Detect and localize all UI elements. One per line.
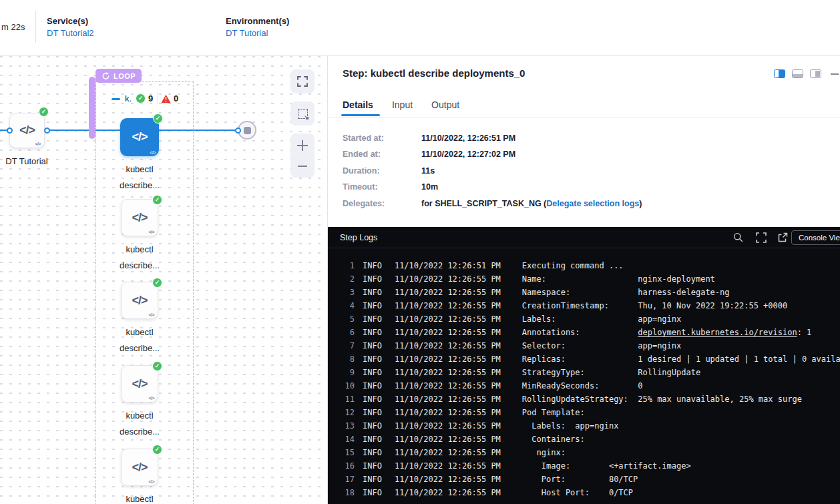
log-level: INFO (363, 379, 382, 393)
selected-node-label: kubectl describe... (114, 162, 166, 194)
node-dt-tutorial[interactable]: </> </> (9, 113, 45, 148)
log-line-number: 4 (344, 299, 355, 312)
log-timestamp: 11/10/2022 12:26:55 PM (395, 459, 501, 473)
loop-indicator-bar (89, 77, 95, 139)
pipeline-graph-canvas[interactable]: LOOP k. ✓ 9 0 </> </> ✓ DT Tutorial </> (0, 56, 327, 504)
shell-script-mini-icon: </> (148, 479, 154, 484)
zoom-controls (290, 134, 314, 178)
log-timestamp: 11/10/2022 12:26:55 PM (395, 312, 501, 326)
log-output[interactable]: 1INFO11/10/2022 12:26:51 PMExecuting com… (328, 248, 840, 504)
detail-value: 11s (421, 166, 435, 176)
start-node-out-port (44, 128, 50, 134)
log-line-number: 1 (344, 259, 355, 272)
log-level: INFO (363, 312, 382, 326)
log-message: Annotations: deployment.kubernetes.io/re… (522, 326, 812, 339)
open-logs-new-tab-button[interactable] (777, 232, 788, 246)
code-step-icon: </> (19, 123, 35, 138)
log-level: INFO (363, 352, 382, 366)
log-timestamp: 11/10/2022 12:26:55 PM (395, 366, 501, 379)
log-line-number: 12 (344, 406, 355, 419)
right-view-toggle-icon[interactable] (810, 69, 821, 78)
delegate-selection-logs-link[interactable]: Delegate selection logs (546, 199, 639, 208)
tab-output[interactable]: Output (431, 99, 459, 110)
group-count-divider (158, 91, 158, 105)
log-message: Labels: app=nginx (522, 312, 681, 326)
log-message: Labels: app=nginx (522, 419, 619, 433)
log-line-number: 16 (344, 459, 355, 473)
console-view-button[interactable]: Console View (791, 230, 840, 245)
log-message: CreationTimestamp: Thu, 10 Nov 2022 19:2… (522, 299, 787, 312)
fit-to-screen-button[interactable] (290, 101, 314, 125)
end-node-in-port (235, 128, 241, 134)
log-line-number: 15 (344, 446, 355, 459)
node-kubectl-describe[interactable]: </></> (121, 282, 158, 319)
details-tabs: DetailsInputOutput (343, 99, 459, 110)
log-line: 4INFO11/10/2022 12:26:55 PMCreationTimes… (344, 299, 840, 312)
loop-badge[interactable]: LOOP (95, 69, 142, 83)
start-node-label: DT Tutorial (0, 154, 53, 170)
log-line: 13INFO11/10/2022 12:26:55 PM Labels: app… (344, 419, 840, 433)
node-kubectl-describe[interactable]: </></> (121, 199, 158, 236)
log-message: Name: nginx-deployment (522, 272, 715, 286)
log-timestamp: 11/10/2022 12:26:55 PM (395, 393, 501, 406)
log-timestamp: 11/10/2022 12:26:55 PM (395, 419, 501, 433)
detail-label: Duration: (343, 166, 421, 176)
log-message: Image: <+artifact.image> (522, 459, 691, 473)
execution-duration: m 22s (1, 22, 25, 32)
log-timestamp: 11/10/2022 12:26:55 PM (395, 326, 501, 339)
log-level: INFO (363, 446, 382, 459)
group-warning-icon (161, 94, 171, 106)
log-timestamp: 11/10/2022 12:26:55 PM (395, 473, 501, 486)
log-line-number: 17 (344, 473, 355, 486)
node-success-badge: ✓ (152, 278, 162, 288)
bottom-view-toggle-icon[interactable] (792, 69, 803, 78)
service-link[interactable]: DT Tutorial2 (47, 28, 94, 38)
log-line-number: 9 (344, 366, 355, 379)
node-success-badge: ✓ (152, 445, 162, 455)
node-success-badge: ✓ (153, 113, 163, 123)
search-logs-button[interactable] (733, 232, 743, 245)
log-level: INFO (363, 339, 382, 352)
collapse-group-button[interactable] (112, 98, 120, 100)
node-kubectl-describe[interactable]: </></> (121, 449, 158, 486)
node-kubectl-describe-selected[interactable]: </> </> (120, 118, 159, 156)
stop-icon (244, 127, 251, 134)
code-step-icon: </> (132, 461, 147, 475)
tabs-divider (328, 117, 840, 117)
log-message: Host Port: 0/TCP (522, 486, 633, 499)
log-line: 14INFO11/10/2022 12:26:55 PM Containers: (344, 433, 840, 446)
shell-script-mini-icon: </> (150, 150, 156, 155)
node-kubectl-describe[interactable]: </></> (121, 365, 158, 403)
detail-value: 11/10/2022, 12:26:51 PM (421, 134, 515, 143)
log-line-number: 8 (344, 352, 355, 366)
code-step-icon: </> (132, 294, 147, 308)
detail-value: 11/10/2022, 12:27:02 PM (421, 150, 515, 159)
log-annotation-link[interactable]: deployment.kubernetes.io/revision (638, 328, 797, 337)
log-timestamp: 11/10/2022 12:26:55 PM (395, 339, 501, 352)
group-error-count: 0 (174, 93, 178, 103)
log-line: 18INFO11/10/2022 12:26:55 PM Host Port: … (344, 486, 840, 499)
detail-row: Timeout:10m (343, 182, 438, 192)
split-right-view-toggle-icon[interactable] (774, 69, 785, 78)
tab-details[interactable]: Details (343, 99, 373, 110)
step-title: Step: kubectl describe deployments_0 (343, 67, 525, 79)
group-name-label: k. (125, 93, 132, 103)
minimize-panel-button[interactable] (831, 73, 839, 75)
topbar-divider (35, 11, 36, 43)
fullscreen-canvas-button[interactable] (290, 69, 314, 93)
open-in-new-icon (777, 232, 788, 243)
zoom-in-button[interactable] (297, 140, 308, 151)
log-timestamp: 11/10/2022 12:26:51 PM (395, 259, 501, 272)
detail-row: Duration:11s (343, 166, 435, 176)
environments-label: Environment(s) (226, 16, 289, 26)
environment-link[interactable]: DT Tutorial (226, 28, 268, 38)
log-level: INFO (363, 486, 382, 499)
expand-icon (297, 76, 308, 87)
tab-input[interactable]: Input (392, 99, 413, 110)
zoom-out-button[interactable] (298, 166, 307, 167)
log-line: 7INFO11/10/2022 12:26:55 PMSelector: app… (344, 339, 840, 352)
expand-logs-button[interactable] (756, 232, 767, 246)
node-label: kubectl describe... (114, 408, 165, 440)
log-timestamp: 11/10/2022 12:26:55 PM (395, 446, 501, 459)
log-line-number: 7 (344, 339, 355, 352)
